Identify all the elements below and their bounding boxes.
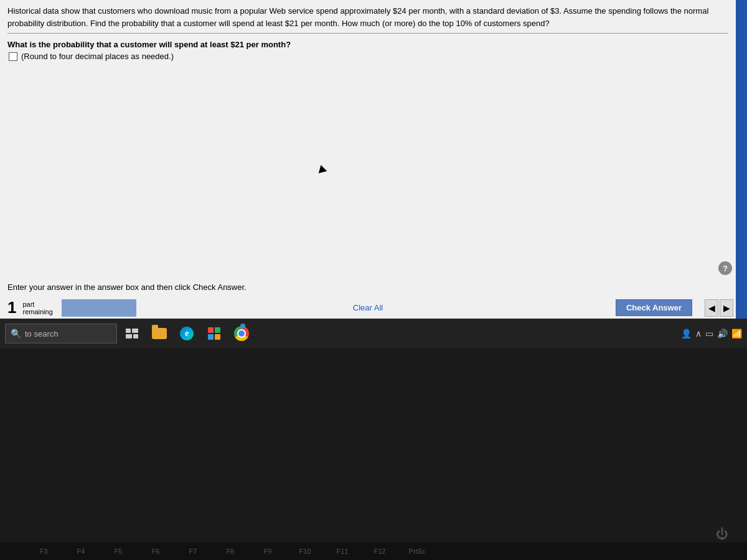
search-icon: 🔍 bbox=[11, 329, 21, 338]
chevron-up-icon[interactable]: ∧ bbox=[695, 329, 702, 338]
search-label: to search bbox=[25, 329, 58, 338]
grid-cell-2 bbox=[215, 327, 220, 333]
part-label: part remaining bbox=[22, 301, 52, 315]
main-content-area: Historical data show that customers who … bbox=[0, 0, 738, 348]
svg-rect-0 bbox=[126, 329, 131, 333]
tray-area: 👤 ∧ ▭ 🔊 📶 bbox=[681, 329, 742, 338]
grid-cell-1 bbox=[208, 327, 214, 333]
instruction-text: Enter your answer in the answer box and … bbox=[0, 280, 736, 294]
folder-icon bbox=[152, 328, 167, 339]
chrome-browser-button[interactable] bbox=[229, 321, 254, 346]
main-question-text: Historical data show that customers who … bbox=[7, 5, 728, 29]
key-prtsc: PrtSc bbox=[398, 548, 436, 555]
working-area bbox=[0, 68, 736, 280]
clear-all-button[interactable]: Clear All bbox=[353, 303, 383, 312]
key-f12: F12 bbox=[361, 548, 398, 555]
key-f8: F8 bbox=[212, 548, 249, 555]
windows-grid-button[interactable] bbox=[202, 321, 227, 346]
keyboard-row: F3 F4 F5 F6 F7 F8 F9 F10 F11 F12 PrtSc bbox=[0, 543, 747, 560]
svg-rect-3 bbox=[133, 334, 138, 338]
grid-cell-3 bbox=[208, 334, 214, 340]
side-bar bbox=[738, 0, 747, 348]
sub-question-text: What is the probability that a customer … bbox=[7, 40, 728, 49]
grid-icon bbox=[208, 327, 220, 340]
key-f4: F4 bbox=[62, 548, 100, 555]
key-f10: F10 bbox=[286, 548, 324, 555]
nav-prev-button[interactable]: ◀ bbox=[705, 299, 718, 317]
answer-checkbox[interactable] bbox=[9, 52, 17, 61]
dark-desktop: ⏻ bbox=[0, 348, 747, 560]
round-note: (Round to four decimal places as needed.… bbox=[21, 52, 174, 61]
part-label-bottom: remaining bbox=[22, 308, 52, 315]
network-icon[interactable]: 📶 bbox=[731, 329, 742, 338]
task-view-icon bbox=[126, 329, 138, 338]
grid-cell-4 bbox=[215, 334, 220, 340]
answer-row: 1 part remaining Clear All Check Answer … bbox=[0, 294, 736, 321]
svg-rect-1 bbox=[132, 329, 138, 333]
key-f3: F3 bbox=[25, 548, 62, 555]
svg-rect-2 bbox=[126, 334, 132, 338]
file-explorer-button[interactable] bbox=[147, 321, 172, 346]
taskbar: 🔍 to search 👤 ∧ ▭ 🔊 bbox=[0, 319, 747, 348]
cursor-indicator bbox=[317, 164, 327, 173]
display-icon[interactable]: ▭ bbox=[705, 329, 713, 338]
taskbar-search-box[interactable]: 🔍 to search bbox=[5, 324, 117, 343]
part-label-top: part bbox=[22, 301, 52, 308]
help-button[interactable]: ? bbox=[718, 261, 732, 275]
key-f7: F7 bbox=[174, 548, 212, 555]
volume-icon[interactable]: 🔊 bbox=[717, 329, 728, 338]
part-number: 1 bbox=[7, 298, 16, 317]
key-f6: F6 bbox=[137, 548, 174, 555]
task-view-button[interactable] bbox=[120, 321, 144, 346]
answer-input-box[interactable] bbox=[62, 299, 136, 317]
power-icon[interactable]: ⏻ bbox=[716, 527, 728, 541]
answer-input-row: (Round to four decimal places as needed.… bbox=[9, 52, 728, 61]
key-f9: F9 bbox=[249, 548, 286, 555]
nav-next-button[interactable]: ▶ bbox=[720, 299, 733, 317]
question-area: Historical data show that customers who … bbox=[0, 0, 736, 68]
key-f11: F11 bbox=[324, 548, 361, 555]
notification-dot bbox=[240, 324, 245, 329]
key-f5: F5 bbox=[100, 548, 137, 555]
edge-icon bbox=[180, 327, 194, 340]
check-answer-button[interactable]: Check Answer bbox=[616, 299, 692, 316]
edge-browser-button[interactable] bbox=[174, 321, 199, 346]
person-icon[interactable]: 👤 bbox=[681, 329, 692, 338]
question-divider bbox=[7, 33, 728, 34]
